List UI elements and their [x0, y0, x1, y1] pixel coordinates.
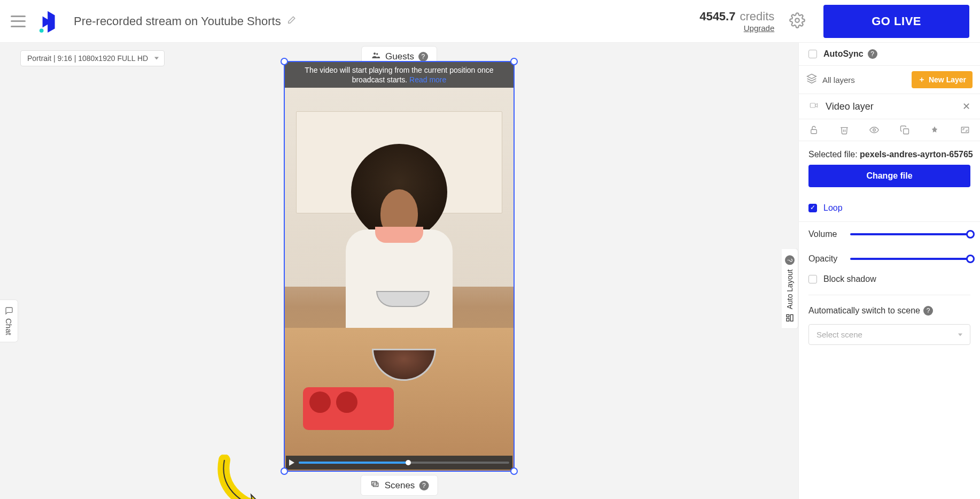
scenes-label: Scenes: [385, 480, 415, 491]
credits-amount: 4545.7: [699, 10, 735, 24]
svg-point-4: [376, 53, 378, 55]
opacity-row: Opacity: [799, 247, 980, 271]
svg-marker-5: [251, 495, 265, 499]
resize-handle[interactable]: [510, 467, 518, 475]
credits-label: credits: [740, 10, 774, 24]
layers-icon: [806, 73, 817, 86]
new-layer-button[interactable]: ＋ New Layer: [912, 71, 973, 88]
loop-label: Loop: [823, 203, 843, 213]
help-icon[interactable]: ?: [419, 481, 429, 490]
selected-file-row: Selected file: pexels-andres-ayrton-6576…: [799, 141, 980, 165]
scene-select[interactable]: Select scene: [808, 324, 970, 345]
svg-marker-0: [43, 11, 55, 32]
loop-checkbox[interactable]: [808, 204, 817, 212]
header: Pre-recorded stream on Youtube Shorts 45…: [0, 0, 980, 43]
video-preview: [285, 62, 514, 471]
svg-rect-9: [787, 318, 789, 321]
svg-rect-14: [811, 129, 817, 134]
svg-rect-17: [961, 127, 969, 133]
autosync-row: AutoSync ?: [799, 43, 980, 66]
arrow-annotation: [214, 455, 289, 499]
volume-label: Volume: [808, 229, 843, 239]
camera-icon: [808, 101, 819, 112]
help-icon[interactable]: ?: [868, 49, 877, 59]
resize-handle[interactable]: [281, 58, 288, 65]
video-frame[interactable]: The video will start playing from the cu…: [284, 61, 515, 472]
read-more-link[interactable]: Read more: [409, 75, 446, 84]
resize-handle[interactable]: [510, 58, 518, 65]
pin-icon[interactable]: [929, 125, 940, 135]
layer-actions: [799, 119, 980, 141]
format-selector[interactable]: Portrait | 9:16 | 1080x1920 FULL HD: [20, 50, 165, 66]
eye-icon[interactable]: [869, 125, 880, 135]
chat-tab[interactable]: Chat: [0, 300, 18, 342]
auto-switch-row: Automatically switch to scene ?: [799, 300, 980, 320]
svg-point-1: [40, 28, 44, 33]
resize-handle[interactable]: [281, 467, 288, 475]
credits-block: 4545.7 credits Upgrade: [699, 10, 774, 33]
guests-icon: [370, 51, 381, 62]
copy-icon[interactable]: [899, 125, 910, 135]
scenes-tab[interactable]: Scenes ?: [361, 475, 438, 496]
video-controls: [286, 456, 512, 470]
svg-point-2: [796, 18, 800, 22]
video-scrubber[interactable]: [299, 462, 509, 464]
block-shadow-row: Block shadow: [799, 271, 980, 290]
upgrade-link[interactable]: Upgrade: [699, 24, 774, 33]
lock-icon[interactable]: [808, 125, 819, 135]
video-banner: The video will start playing from the cu…: [285, 62, 514, 88]
layers-row: All layers ＋ New Layer: [799, 66, 980, 94]
volume-slider[interactable]: [850, 233, 970, 235]
block-shadow-checkbox[interactable]: [808, 275, 817, 283]
layout-icon: [785, 313, 794, 322]
opacity-slider[interactable]: [850, 258, 970, 260]
help-icon[interactable]: ?: [418, 52, 428, 62]
auto-layout-tab[interactable]: Auto Layout ?: [782, 249, 798, 329]
selected-file-name: pexels-andres-ayrton-65765: [860, 150, 973, 159]
help-icon[interactable]: ?: [785, 256, 795, 265]
change-file-button[interactable]: Change file: [808, 165, 970, 187]
layer-title: Video layer: [826, 101, 962, 112]
gear-icon[interactable]: [789, 12, 805, 30]
guests-label: Guests: [385, 51, 414, 62]
play-icon[interactable]: [289, 459, 294, 466]
menu-icon[interactable]: [11, 16, 26, 27]
svg-marker-11: [807, 74, 816, 79]
trash-icon[interactable]: [839, 125, 850, 135]
autosync-checkbox[interactable]: [808, 50, 817, 58]
loop-row: Loop: [799, 197, 980, 222]
svg-rect-12: [810, 103, 815, 108]
svg-point-15: [873, 129, 876, 132]
right-panel: AutoSync ? All layers ＋ New Layer Video …: [798, 43, 980, 499]
close-icon[interactable]: ✕: [962, 101, 970, 112]
opacity-label: Opacity: [808, 254, 843, 264]
layer-title-row: Video layer ✕: [799, 94, 980, 119]
logo[interactable]: [37, 9, 62, 34]
go-live-button[interactable]: GO LIVE: [823, 5, 969, 38]
fullscreen-icon[interactable]: [960, 125, 970, 135]
stream-title: Pre-recorded stream on Youtube Shorts: [74, 14, 281, 28]
svg-rect-8: [790, 314, 793, 321]
chat-icon: [5, 306, 13, 315]
autosync-label: AutoSync: [823, 49, 864, 59]
pencil-icon[interactable]: [286, 16, 296, 27]
scenes-icon: [370, 480, 380, 491]
all-layers-label[interactable]: All layers: [822, 75, 912, 85]
svg-rect-16: [904, 129, 909, 134]
plus-icon: ＋: [918, 75, 925, 85]
volume-row: Volume: [799, 222, 980, 247]
block-shadow-label: Block shadow: [823, 274, 876, 284]
svg-point-3: [374, 52, 376, 55]
svg-rect-10: [787, 314, 789, 317]
help-icon[interactable]: ?: [923, 306, 933, 316]
canvas-area: Portrait | 9:16 | 1080x1920 FULL HD Gues…: [0, 43, 798, 499]
